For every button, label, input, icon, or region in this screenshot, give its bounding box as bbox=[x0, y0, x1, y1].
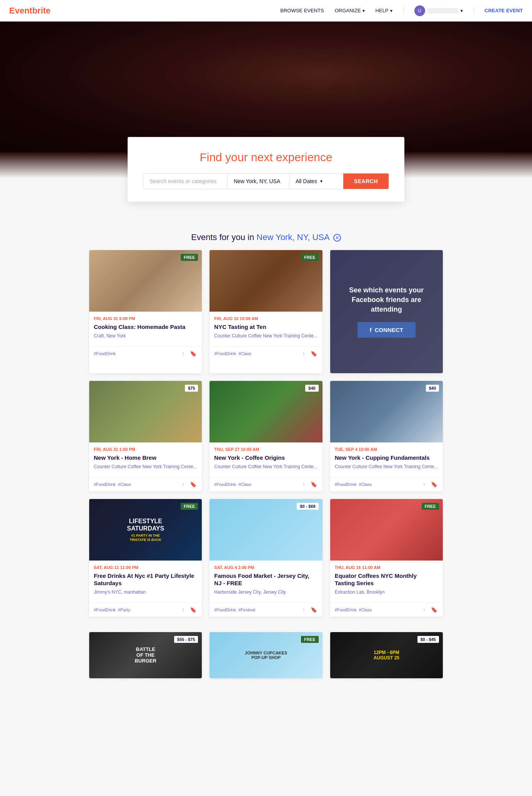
event-card-coffee-origins[interactable]: $40 THU, SEP 27 10:00 AM New York - Coff… bbox=[209, 381, 322, 491]
event-body: FRI, AUG 10 10:00 AM NYC Tasting at Ten … bbox=[209, 312, 322, 346]
card-footer: #FoodDrink#Party ↑ 🔖 bbox=[89, 602, 202, 617]
hero-section bbox=[0, 22, 532, 152]
help-link[interactable]: HELP ▾ bbox=[376, 8, 392, 13]
event-tag: #FoodDrink bbox=[94, 607, 116, 612]
bookmark-button[interactable]: 🔖 bbox=[430, 481, 438, 488]
event-card-equator-coffees[interactable]: FREE THU, AUG 16 11:00 AM Equator Coffee… bbox=[330, 499, 443, 617]
event-body: FRI, AUG 31 1:00 PM New York - Home Brew… bbox=[89, 442, 202, 477]
event-date: FRI, AUG 10 10:00 AM bbox=[214, 316, 318, 321]
event-tag: #Class bbox=[118, 482, 131, 487]
search-input[interactable] bbox=[143, 174, 227, 189]
share-button[interactable]: ↑ bbox=[302, 481, 306, 488]
price-badge: FREE bbox=[422, 503, 439, 510]
logo[interactable]: Eventbrite bbox=[9, 6, 51, 16]
event-tags: #FoodDrink#Class bbox=[335, 607, 372, 612]
price-badge: $0 - $69 bbox=[297, 503, 318, 510]
bookmark-button[interactable]: 🔖 bbox=[310, 606, 318, 614]
card-footer: #FoodDrink#Festival ↑ 🔖 bbox=[209, 602, 322, 617]
card-actions: ↑ 🔖 bbox=[302, 606, 318, 614]
price-badge: $40 bbox=[426, 385, 439, 392]
username-display bbox=[427, 8, 458, 13]
share-button[interactable]: ↑ bbox=[181, 606, 185, 614]
organize-link[interactable]: ORGANIZE ▾ bbox=[335, 8, 365, 13]
date-selector[interactable]: All Dates ▾ bbox=[289, 174, 343, 189]
event-tags: #FoodDrink bbox=[94, 351, 116, 356]
event-tag: #Class bbox=[238, 351, 251, 356]
share-button[interactable]: ↑ bbox=[302, 606, 306, 614]
event-card-lifestyle-saturdays[interactable]: LIFESTYLESATURDAYS#1 PARTY IN THETRISTAT… bbox=[89, 499, 202, 617]
event-image: LIFESTYLESATURDAYS#1 PARTY IN THETRISTAT… bbox=[89, 499, 202, 561]
event-tag: #Class bbox=[359, 607, 372, 612]
nav-divider-2 bbox=[474, 7, 474, 15]
event-title: New York - Home Brew bbox=[94, 454, 197, 462]
event-venue: Harborside Jersey City, Jersey City bbox=[214, 589, 318, 595]
price-badge: FREE bbox=[181, 503, 198, 510]
card-footer: #FoodDrink#Class ↑ 🔖 bbox=[330, 477, 443, 491]
event-tag: #FoodDrink bbox=[94, 482, 116, 487]
card-footer: #FoodDrink#Class ↑ 🔖 bbox=[89, 477, 202, 491]
user-menu[interactable]: U ▾ bbox=[414, 5, 463, 16]
event-tag: #Class bbox=[238, 482, 251, 487]
preview-card-saturday-party[interactable]: 12PM - 6PMAUGUST 25 $0 - $45 bbox=[330, 632, 443, 678]
event-title: Famous Food Market - Jersey City, NJ - F… bbox=[214, 572, 318, 587]
share-button[interactable]: ↑ bbox=[181, 350, 185, 357]
card-actions: ↑ 🔖 bbox=[422, 606, 438, 614]
navbar: Eventbrite BROWSE EVENTS ORGANIZE ▾ HELP… bbox=[0, 0, 532, 22]
event-tag: #FoodDrink bbox=[94, 351, 116, 356]
event-card-food-market[interactable]: $0 - $69 SAT, AUG 4 2:00 PM Famous Food … bbox=[209, 499, 322, 617]
clear-location-button[interactable]: ✕ bbox=[333, 234, 341, 242]
card-actions: ↑ 🔖 bbox=[181, 481, 197, 488]
bottom-preview-grid: BATTLEOF THEBURGER $55 - $75 JOHNNY CUPC… bbox=[81, 632, 451, 694]
fb-connect-button[interactable]: f CONNECT bbox=[357, 322, 416, 338]
share-button[interactable]: ↑ bbox=[422, 606, 426, 614]
preview-card-johnny-cupcakes[interactable]: JOHNNY CUPCAKESPOP-UP SHOP FREE bbox=[209, 632, 322, 678]
event-tags: #FoodDrink#Party bbox=[94, 607, 130, 612]
bookmark-button[interactable]: 🔖 bbox=[430, 606, 438, 614]
create-event-link[interactable]: CREATE EVENT bbox=[485, 8, 523, 13]
search-button[interactable]: SEARCH bbox=[343, 174, 389, 189]
price-badge: FREE bbox=[181, 254, 198, 261]
event-title: Equator Coffees NYC Monthly Tasting Seri… bbox=[335, 572, 438, 587]
event-tag: #Party bbox=[118, 607, 130, 612]
browse-events-link[interactable]: BROWSE EVENTS bbox=[280, 8, 324, 13]
card-actions: ↑ 🔖 bbox=[302, 481, 318, 488]
event-image: FREE bbox=[330, 499, 443, 561]
event-card-home-brew[interactable]: $75 FRI, AUG 31 1:00 PM New York - Home … bbox=[89, 381, 202, 491]
event-date: SAT, AUG 4 2:00 PM bbox=[214, 565, 318, 570]
event-venue: Counter Culture Coffee New York Training… bbox=[214, 333, 318, 339]
preview-card-battle-burger[interactable]: BATTLEOF THEBURGER $55 - $75 bbox=[89, 632, 202, 678]
event-body: THU, SEP 27 10:00 AM New York - Coffee O… bbox=[209, 442, 322, 477]
hero-overlay bbox=[0, 22, 532, 152]
event-title: New York - Coffee Origins bbox=[214, 454, 318, 462]
event-title: Cooking Class: Homemade Pasta bbox=[94, 323, 197, 331]
event-card-cooking-class[interactable]: FREE FRI, AUG 31 6:00 PM Cooking Class: … bbox=[89, 250, 202, 373]
price-badge: $40 bbox=[305, 385, 318, 392]
share-button[interactable]: ↑ bbox=[181, 481, 185, 488]
event-title: Free Drinks At Nyc #1 Party Lifestyle Sa… bbox=[94, 572, 197, 587]
event-image: $0 - $69 bbox=[209, 499, 322, 561]
search-bar: New York, NY, USA All Dates ▾ SEARCH bbox=[143, 173, 389, 189]
location-link[interactable]: New York, NY, USA bbox=[256, 232, 329, 242]
events-grid: FREE FRI, AUG 31 6:00 PM Cooking Class: … bbox=[81, 250, 451, 632]
event-card-cupping-fundamentals[interactable]: $40 TUE, SEP 4 10:00 AM New York - Cuppi… bbox=[330, 381, 443, 491]
bookmark-button[interactable]: 🔖 bbox=[310, 350, 318, 357]
event-tag: #FoodDrink bbox=[214, 482, 236, 487]
event-body: THU, AUG 16 11:00 AM Equator Coffees NYC… bbox=[330, 561, 443, 602]
event-card-nyc-tasting[interactable]: FREE FRI, AUG 10 10:00 AM NYC Tasting at… bbox=[209, 250, 322, 373]
section-heading: Events for you in New York, NY, USA ✕ bbox=[0, 217, 532, 250]
event-venue: Extraction Lab, Brooklyn bbox=[335, 589, 438, 595]
event-image: FREE bbox=[89, 250, 202, 312]
event-date: THU, SEP 27 10:00 AM bbox=[214, 447, 318, 452]
share-button[interactable]: ↑ bbox=[422, 481, 426, 488]
card-actions: ↑ 🔖 bbox=[422, 481, 438, 488]
event-body: TUE, SEP 4 10:00 AM New York - Cupping F… bbox=[330, 442, 443, 477]
event-tag: #FoodDrink bbox=[335, 482, 357, 487]
event-tags: #FoodDrink#Class bbox=[94, 482, 131, 487]
bookmark-button[interactable]: 🔖 bbox=[189, 350, 197, 357]
bookmark-button[interactable]: 🔖 bbox=[189, 606, 197, 614]
location-selector[interactable]: New York, NY, USA bbox=[228, 174, 289, 189]
bookmark-button[interactable]: 🔖 bbox=[310, 481, 318, 488]
bookmark-button[interactable]: 🔖 bbox=[189, 481, 197, 488]
event-tags: #FoodDrink#Festival bbox=[214, 607, 255, 612]
share-button[interactable]: ↑ bbox=[302, 350, 306, 357]
